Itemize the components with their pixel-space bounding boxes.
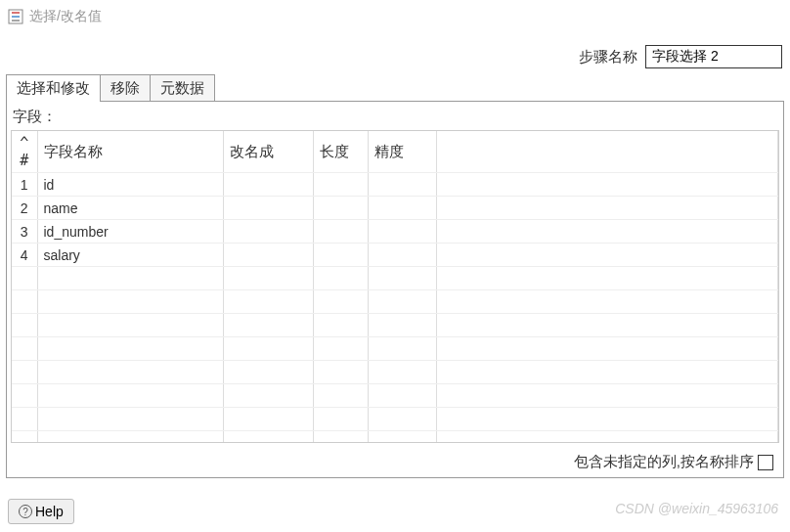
- cell-rename[interactable]: [223, 314, 313, 337]
- cell-num[interactable]: [12, 290, 37, 314]
- cell-fieldname[interactable]: id_number: [37, 220, 223, 244]
- col-header-length[interactable]: 长度: [313, 131, 368, 173]
- cell-blank[interactable]: [436, 267, 778, 290]
- cell-rename[interactable]: [223, 361, 313, 384]
- table-row[interactable]: [12, 290, 778, 314]
- table-row[interactable]: [12, 314, 778, 337]
- tab-select-modify[interactable]: 选择和修改: [6, 74, 101, 102]
- cell-precision[interactable]: [368, 337, 436, 361]
- cell-precision[interactable]: [368, 244, 436, 267]
- cell-precision[interactable]: [368, 384, 436, 408]
- tab-metadata[interactable]: 元数据: [150, 74, 215, 102]
- tab-remove[interactable]: 移除: [100, 74, 151, 102]
- col-header-blank: [436, 131, 778, 173]
- cell-num[interactable]: [12, 431, 37, 444]
- step-name-input[interactable]: [645, 45, 782, 68]
- cell-length[interactable]: [313, 244, 368, 267]
- cell-rename[interactable]: [223, 384, 313, 408]
- cell-precision[interactable]: [368, 267, 436, 290]
- cell-blank[interactable]: [436, 337, 778, 361]
- cell-length[interactable]: [313, 314, 368, 337]
- cell-rename[interactable]: [223, 220, 313, 244]
- cell-length[interactable]: [313, 290, 368, 314]
- cell-fieldname[interactable]: id: [37, 173, 223, 197]
- cell-rename[interactable]: [223, 431, 313, 444]
- cell-length[interactable]: [313, 408, 368, 431]
- col-header-fieldname[interactable]: 字段名称: [37, 131, 223, 173]
- include-unspecified-row: 包含未指定的列,按名称排序: [7, 447, 783, 477]
- cell-rename[interactable]: [223, 173, 313, 197]
- table-row[interactable]: [12, 408, 778, 431]
- cell-blank[interactable]: [436, 197, 778, 220]
- cell-precision[interactable]: [368, 173, 436, 197]
- table-row[interactable]: [12, 267, 778, 290]
- cell-length[interactable]: [313, 220, 368, 244]
- cell-rename[interactable]: [223, 267, 313, 290]
- table-row[interactable]: 3id_number: [12, 220, 778, 244]
- cell-num[interactable]: [12, 384, 37, 408]
- cell-length[interactable]: [313, 361, 368, 384]
- cell-blank[interactable]: [436, 220, 778, 244]
- help-button[interactable]: ? Help: [8, 499, 74, 524]
- cell-num[interactable]: [12, 408, 37, 431]
- cell-num[interactable]: [12, 267, 37, 290]
- table-row[interactable]: [12, 384, 778, 408]
- cell-length[interactable]: [313, 173, 368, 197]
- cell-blank[interactable]: [436, 290, 778, 314]
- cell-blank[interactable]: [436, 314, 778, 337]
- cell-blank[interactable]: [436, 244, 778, 267]
- cell-precision[interactable]: [368, 408, 436, 431]
- window-title: 选择/改名值: [29, 8, 102, 25]
- cell-blank[interactable]: [436, 384, 778, 408]
- include-unspecified-checkbox[interactable]: [758, 455, 773, 470]
- cell-num[interactable]: [12, 337, 37, 361]
- cell-fieldname[interactable]: [37, 290, 223, 314]
- cell-fieldname[interactable]: salary: [37, 244, 223, 267]
- cell-length[interactable]: [313, 337, 368, 361]
- cell-rename[interactable]: [223, 244, 313, 267]
- cell-precision[interactable]: [368, 197, 436, 220]
- col-header-num[interactable]: ^#: [12, 131, 37, 173]
- cell-precision[interactable]: [368, 314, 436, 337]
- table-row[interactable]: 4salary: [12, 244, 778, 267]
- cell-blank[interactable]: [436, 408, 778, 431]
- cell-blank[interactable]: [436, 431, 778, 444]
- cell-num[interactable]: [12, 314, 37, 337]
- cell-rename[interactable]: [223, 290, 313, 314]
- cell-num[interactable]: 1: [12, 173, 37, 197]
- col-header-precision[interactable]: 精度: [368, 131, 436, 173]
- cell-precision[interactable]: [368, 290, 436, 314]
- cell-precision[interactable]: [368, 431, 436, 444]
- cell-blank[interactable]: [436, 173, 778, 197]
- cell-fieldname[interactable]: [37, 267, 223, 290]
- table-row[interactable]: 1id: [12, 173, 778, 197]
- cell-fieldname[interactable]: [37, 337, 223, 361]
- cell-fieldname[interactable]: [37, 431, 223, 444]
- table-row[interactable]: 2name: [12, 197, 778, 220]
- cell-fieldname[interactable]: [37, 314, 223, 337]
- cell-fieldname[interactable]: [37, 361, 223, 384]
- cell-precision[interactable]: [368, 361, 436, 384]
- cell-length[interactable]: [313, 384, 368, 408]
- cell-length[interactable]: [313, 197, 368, 220]
- step-name-row: 步骤名称: [0, 33, 790, 74]
- cell-rename[interactable]: [223, 197, 313, 220]
- cell-precision[interactable]: [368, 220, 436, 244]
- cell-rename[interactable]: [223, 337, 313, 361]
- cell-length[interactable]: [313, 267, 368, 290]
- cell-num[interactable]: 3: [12, 220, 37, 244]
- cell-fieldname[interactable]: [37, 408, 223, 431]
- cell-length[interactable]: [313, 431, 368, 444]
- cell-fieldname[interactable]: name: [37, 197, 223, 220]
- cell-blank[interactable]: [436, 361, 778, 384]
- cell-fieldname[interactable]: [37, 384, 223, 408]
- table-row[interactable]: [12, 361, 778, 384]
- table-row[interactable]: [12, 431, 778, 444]
- cell-num[interactable]: 4: [12, 244, 37, 267]
- col-header-rename[interactable]: 改名成: [223, 131, 313, 173]
- table-row[interactable]: [12, 337, 778, 361]
- cell-num[interactable]: 2: [12, 197, 37, 220]
- tab-panel: 字段： ^# 字段名称 改名成 长度 精度 1id2name3id_number…: [6, 101, 784, 478]
- cell-num[interactable]: [12, 361, 37, 384]
- cell-rename[interactable]: [223, 408, 313, 431]
